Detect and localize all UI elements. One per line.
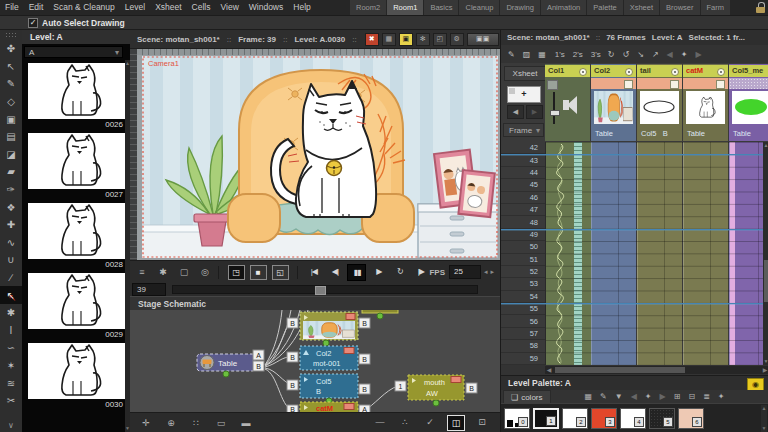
new-vector-level-button[interactable]: ✎ (508, 50, 516, 59)
column-header-col5[interactable]: Col5_me Table (729, 64, 768, 141)
col5-node[interactable]: Col5 B (300, 374, 358, 398)
tape-tool-button[interactable]: ▰ (0, 163, 22, 181)
iron-tool-button[interactable]: ≋ (0, 374, 22, 392)
lock-rooms-icon[interactable] (756, 2, 765, 12)
scrollbar-thumb[interactable] (764, 260, 768, 302)
column-header-tail[interactable]: tail Col5 B (637, 64, 682, 141)
scroll-right-icon[interactable]: ▶ (761, 366, 768, 374)
pump-tool-button[interactable]: ∪ (0, 251, 22, 269)
snapshot-button[interactable]: ◎ (196, 265, 214, 280)
frame-number-cell[interactable]: 52 (501, 266, 545, 278)
frame-number-cell[interactable]: 56 (501, 315, 545, 327)
collapse-button[interactable]: ↘ (637, 50, 645, 59)
brush-tool-button[interactable]: ✎ (0, 75, 22, 93)
menu-cells[interactable]: Cells (187, 0, 216, 15)
freeze-button[interactable]: ✻ (416, 33, 430, 46)
column-header-col2[interactable]: Col2 Table (591, 64, 636, 141)
frame-thumbnail[interactable] (28, 343, 125, 399)
menu-windows[interactable]: Windows (244, 0, 288, 15)
key-button[interactable]: ✦ (681, 50, 689, 59)
parent-handle[interactable]: Table (591, 126, 636, 141)
rgb-picker-button[interactable]: ❖ (0, 198, 22, 216)
column-thumbnail[interactable] (594, 91, 633, 124)
background-column-node[interactable] (300, 312, 358, 340)
audio-sub-track[interactable] (574, 142, 582, 365)
step-3-button[interactable]: 3's (590, 50, 601, 59)
scrollbar-thumb[interactable] (555, 367, 685, 373)
skeleton-tool-button[interactable]: ↖ (0, 286, 22, 304)
loop-button[interactable]: ↻ (391, 264, 408, 279)
preview-button[interactable]: ✖ (365, 33, 379, 46)
normalize-button[interactable]: ∷ (188, 416, 204, 430)
frame-number-cell[interactable]: 45 (501, 179, 545, 191)
frame-number-cell[interactable]: 48 (501, 216, 545, 228)
level-select-dropdown[interactable]: A ▾ (24, 46, 123, 58)
toolbar-collapse-icon[interactable]: ∨ (8, 421, 14, 432)
stage-schematic-button[interactable]: ∴ (397, 415, 413, 429)
column-thumbnail[interactable] (732, 91, 768, 124)
frame-number-cell[interactable]: 59 (501, 353, 545, 365)
control-point-button[interactable]: ✚ (0, 216, 22, 234)
touch-gesture-button[interactable]: ✱ (154, 265, 172, 280)
scroll-up-icon[interactable]: ▲ (761, 405, 767, 412)
table-node-ports[interactable]: A B (253, 350, 264, 371)
viewer-canvas[interactable]: Camera1 (130, 49, 500, 260)
camera-visibility-toggle[interactable] (625, 68, 633, 76)
lock-toggle[interactable] (670, 80, 679, 89)
camera-select-button[interactable]: ▣▣ (467, 33, 499, 46)
viewer-menu-button[interactable]: ≡ (133, 265, 151, 280)
camstand-view-button[interactable]: ◳ (228, 265, 245, 280)
style-name-editor-button[interactable]: ✎ (600, 392, 607, 401)
frame-number-cell[interactable]: 44 (501, 167, 545, 179)
pause-button[interactable]: ▮▮ (347, 264, 366, 281)
type-tool-button[interactable]: I (0, 322, 22, 340)
styles-grid-button[interactable]: ▦ (585, 392, 593, 401)
frame-thumbnail[interactable] (28, 63, 125, 119)
scroll-down-icon[interactable]: ▼ (761, 425, 767, 432)
table-node[interactable]: Table (197, 354, 255, 371)
col1-cells[interactable] (545, 142, 591, 365)
hook-tool-button[interactable]: ∽ (0, 339, 22, 357)
camera-capture-button[interactable]: ▢ (175, 265, 193, 280)
frame-number-cell[interactable]: 43 (501, 154, 545, 166)
next-frame-button[interactable]: ▶ (526, 105, 543, 119)
fit-schematic-button[interactable]: ✛ (138, 416, 154, 430)
3d-mode-button[interactable]: ■ (250, 265, 267, 280)
new-toonz-raster-level-button[interactable]: ▨ (523, 50, 532, 59)
lock-toggle[interactable] (716, 80, 725, 89)
column-thumbnail[interactable] (640, 91, 679, 124)
step-1-button[interactable]: 1's (554, 50, 565, 59)
menu-edit[interactable]: Edit (24, 0, 49, 15)
column-header-catm[interactable]: catM Table (683, 64, 728, 141)
column-thumbnail[interactable] (686, 91, 725, 124)
camera-visibility-toggle[interactable] (717, 68, 725, 76)
lock-palette-button[interactable]: ✦ (718, 392, 725, 401)
open-subxsheet-button[interactable]: ↗ (652, 50, 660, 59)
prev-key-button[interactable]: ◀ (631, 392, 637, 401)
delete-page-button[interactable]: ⊟ (688, 392, 695, 401)
current-frame-field[interactable]: 39 (132, 283, 166, 296)
menu-view[interactable]: View (216, 0, 244, 15)
camera-visibility-toggle[interactable] (579, 68, 587, 76)
frame-thumbnail[interactable] (28, 203, 125, 259)
col2-node[interactable]: Col2 mot-001 (300, 346, 358, 370)
animate-tool-button[interactable]: ✤ (0, 40, 22, 58)
magnet-tool-button[interactable]: ✶ (0, 357, 22, 375)
add-frames-button[interactable]: + (507, 86, 541, 103)
first-frame-button[interactable]: |◀ (305, 264, 322, 279)
focus-node-button[interactable]: ⊕ (163, 416, 179, 430)
tab-drawing[interactable]: Drawing (500, 0, 540, 15)
xsheet-horizontal-scrollbar[interactable]: ◀ ▶ (501, 365, 768, 375)
frame-number-cell[interactable]: 54 (501, 291, 545, 303)
frame-thumbnail[interactable] (28, 273, 125, 329)
catm-cells[interactable] (683, 142, 728, 365)
tab-basics[interactable]: Basics (424, 0, 458, 15)
new-raster-level-button[interactable]: ▦ (538, 50, 547, 59)
switch-schematic-button[interactable]: ◫ (447, 415, 465, 431)
catm-node[interactable]: catM (300, 402, 358, 412)
frame-number-gutter[interactable]: 424344454647484950515253545556575859 (501, 142, 546, 365)
camera-stage[interactable]: Camera1 (142, 56, 498, 258)
save-palette-button[interactable]: ▼ (615, 392, 623, 401)
frame-slider-handle[interactable] (315, 286, 326, 295)
parent-handle[interactable]: Table (729, 126, 768, 141)
